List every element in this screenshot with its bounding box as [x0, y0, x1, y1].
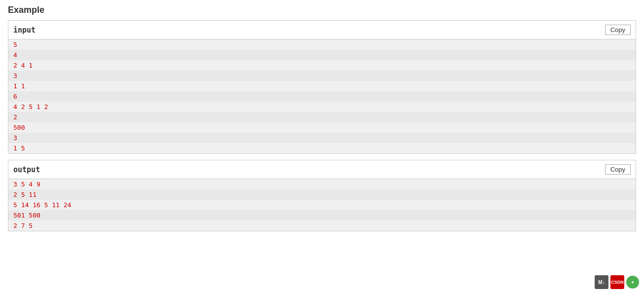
- output-line: 3 5 4 9: [8, 179, 636, 189]
- input-line: 6: [8, 91, 636, 102]
- input-line: 3: [8, 71, 636, 81]
- bottom-bar: M↓ CSDN ●: [590, 272, 644, 292]
- output-line: 2 7 5: [8, 220, 636, 231]
- input-line: 3: [8, 133, 636, 143]
- input-line: 2 4 1: [8, 60, 636, 71]
- output-section: output Copy 3 5 4 92 5 115 14 16 5 11 24…: [8, 160, 636, 231]
- output-label: output: [13, 165, 40, 174]
- output-copy-button[interactable]: Copy: [605, 164, 631, 175]
- output-line: 2 5 11: [8, 189, 636, 200]
- csdn-icon[interactable]: CSDN: [610, 275, 624, 289]
- input-section-header: input Copy: [8, 21, 636, 39]
- input-code-block: 542 4 131 164 2 5 1 2250031 5: [8, 39, 636, 153]
- input-label: input: [13, 26, 36, 35]
- input-line: 5: [8, 39, 636, 50]
- input-line: 4 2 5 1 2: [8, 102, 636, 112]
- wechat-icon[interactable]: ●: [626, 276, 639, 289]
- input-copy-button[interactable]: Copy: [605, 25, 631, 35]
- input-line: 2: [8, 112, 636, 122]
- output-section-header: output Copy: [8, 160, 636, 179]
- md-icon[interactable]: M↓: [595, 275, 608, 289]
- output-line: 501 500: [8, 210, 636, 220]
- output-line: 5 14 16 5 11 24: [8, 200, 636, 210]
- input-line: 1 1: [8, 81, 636, 91]
- input-section: input Copy 542 4 131 164 2 5 1 2250031 5: [8, 20, 636, 154]
- input-line: 500: [8, 122, 636, 133]
- page-title: Example: [8, 5, 636, 15]
- output-code-block: 3 5 4 92 5 115 14 16 5 11 24501 5002 7 5: [8, 179, 636, 231]
- input-line: 4: [8, 50, 636, 60]
- input-line: 1 5: [8, 143, 636, 153]
